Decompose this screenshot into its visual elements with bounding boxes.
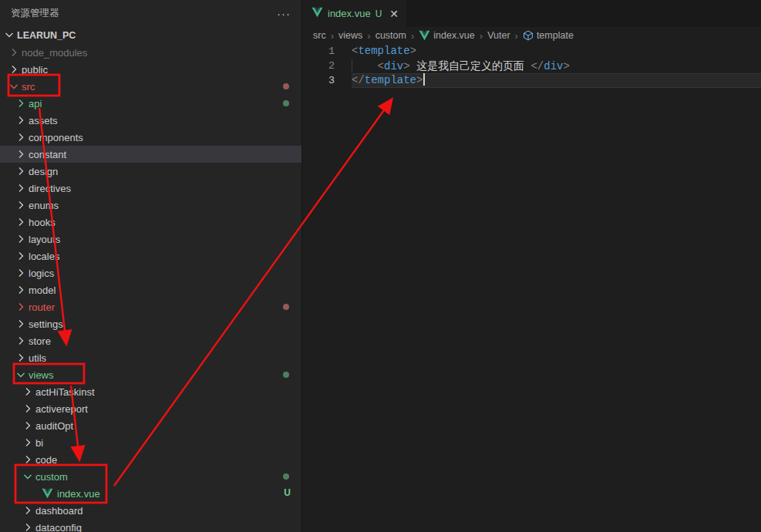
breadcrumb-label: views (338, 30, 362, 41)
tree-item-model[interactable]: model (0, 281, 301, 298)
vue-icon (41, 487, 53, 500)
tree-item-code[interactable]: code (0, 451, 301, 468)
chevron-right-icon[interactable] (15, 199, 27, 211)
chevron-right-icon[interactable] (15, 216, 27, 228)
git-status-dot-green (283, 372, 289, 378)
chevron-right-icon[interactable] (22, 386, 34, 398)
chevron-right-icon[interactable] (22, 504, 34, 517)
breadcrumb-item-custom[interactable]: custom (375, 30, 406, 41)
tree-item-public[interactable]: public (0, 61, 301, 78)
chevron-right-icon[interactable] (22, 402, 34, 415)
tree-item-label: locales (27, 251, 59, 262)
project-section-header[interactable]: LEARUN_PC (0, 27, 301, 44)
tree-item-enums[interactable]: enums (0, 197, 301, 214)
chevron-right-icon[interactable] (15, 233, 27, 245)
chevron-right-icon[interactable] (8, 63, 20, 76)
tree-item-dashboard[interactable]: dashboard (0, 502, 301, 519)
chevron-right-icon[interactable] (15, 165, 27, 177)
chevron-right-icon[interactable] (15, 148, 27, 160)
chevron-right-icon[interactable] (15, 97, 27, 109)
chevron-right-icon[interactable] (15, 114, 27, 126)
breadcrumb-item-index.vue[interactable]: index.vue (419, 30, 475, 41)
tree-item-label: dataconfig (34, 522, 82, 532)
tree-item-label: design (27, 166, 58, 177)
tree-item-logics[interactable]: logics (0, 264, 301, 281)
tree-item-dataconfig[interactable]: dataconfig (0, 519, 301, 532)
tree-item-auditOpt[interactable]: auditOpt (0, 417, 301, 434)
tree-item-settings[interactable]: settings (0, 315, 301, 332)
code-line-1[interactable]: 1<template> (302, 44, 761, 59)
tree-item-label: settings (27, 318, 63, 330)
close-icon[interactable]: ✕ (389, 8, 399, 19)
vue-icon (311, 7, 323, 21)
chevron-down-icon[interactable] (8, 80, 20, 93)
tree-item-index.vue[interactable]: index.vueU (0, 485, 301, 502)
chevron-right-icon[interactable] (15, 318, 27, 330)
tree-item-label: logics (27, 268, 54, 279)
chevron-right-icon[interactable] (15, 301, 27, 313)
tree-item-constant[interactable]: constant (0, 146, 301, 163)
tree-item-bi[interactable]: bi (0, 434, 301, 451)
code-text: </template> (352, 73, 761, 88)
tree-item-api[interactable]: api (0, 95, 301, 112)
tree-item-label: node_modules (20, 47, 87, 59)
tree-item-label: store (27, 335, 51, 347)
git-status-dot-red (283, 304, 289, 310)
tree-item-actHiTaskinst[interactable]: actHiTaskinst (0, 383, 301, 400)
tab-index-vue[interactable]: index.vue U ✕ (302, 0, 406, 27)
chevron-right-icon[interactable] (15, 335, 27, 347)
more-actions-icon[interactable]: ··· (277, 10, 291, 18)
chevron-right-icon[interactable] (15, 131, 27, 143)
chevron-right-icon[interactable] (15, 284, 27, 296)
code-area[interactable]: 1<template>2 <div> 这是我自己定义的页面 </div>3</t… (302, 44, 761, 88)
tree-item-design[interactable]: design (0, 163, 301, 180)
tree-item-custom[interactable]: custom (0, 468, 301, 485)
git-status-dot-green (283, 100, 289, 106)
tree-item-label: api (27, 98, 42, 109)
tree-item-directives[interactable]: directives (0, 180, 301, 197)
chevron-right-icon[interactable] (15, 182, 27, 194)
file-tree: node_modulespublicsrcapiassetscomponents… (0, 44, 301, 532)
chevron-right-icon[interactable] (22, 453, 34, 466)
tree-item-activereport[interactable]: activereport (0, 400, 301, 417)
breadcrumb-label: template (537, 30, 574, 41)
chevron-right-icon[interactable] (15, 250, 27, 262)
chevron-right-icon[interactable] (15, 352, 27, 364)
chevron-right-icon[interactable] (15, 267, 27, 279)
tree-item-store[interactable]: store (0, 332, 301, 349)
tree-item-views[interactable]: views (0, 366, 301, 383)
breadcrumb-item-src[interactable]: src (313, 30, 326, 41)
tree-item-components[interactable]: components (0, 129, 301, 146)
tree-item-utils[interactable]: utils (0, 349, 301, 366)
chevron-right-icon[interactable] (22, 521, 34, 532)
tree-item-layouts[interactable]: layouts (0, 231, 301, 247)
chevron-down-icon[interactable] (22, 470, 34, 483)
tree-item-label: auditOpt (34, 420, 73, 432)
breadcrumb-item-Vuter[interactable]: Vuter (487, 30, 510, 41)
breadcrumb: src›views›custom›index.vue›Vuter›templat… (302, 27, 761, 44)
tree-item-hooks[interactable]: hooks (0, 214, 301, 231)
tree-item-assets[interactable]: assets (0, 112, 301, 129)
token: template (365, 74, 416, 86)
tree-item-router[interactable]: router (0, 298, 301, 315)
breadcrumb-separator: › (411, 30, 414, 42)
breadcrumb-item-views[interactable]: views (338, 30, 362, 41)
gutter-spacer (335, 59, 352, 73)
code-line-2[interactable]: 2 <div> 这是我自己定义的页面 </div> (302, 59, 761, 73)
tree-item-label: code (34, 454, 57, 466)
chevron-right-icon[interactable] (8, 46, 20, 59)
tree-item-src[interactable]: src (0, 78, 301, 95)
tab-bar: index.vue U ✕ (302, 0, 761, 27)
chevron-right-icon[interactable] (22, 436, 34, 449)
tree-item-node_modules[interactable]: node_modules (0, 44, 301, 61)
tree-item-label: views (27, 369, 54, 381)
git-untracked-badge: U (284, 487, 291, 498)
code-line-3[interactable]: 3</template> (302, 73, 761, 88)
chevron-down-icon[interactable] (15, 369, 27, 381)
breadcrumb-item-template[interactable]: template (523, 30, 574, 41)
tree-item-locales[interactable]: locales (0, 247, 301, 264)
token: > (410, 45, 416, 57)
breadcrumb-label: src (313, 30, 326, 41)
chevron-right-icon[interactable] (22, 419, 34, 432)
token: 这是我自己定义的页面 (416, 59, 524, 72)
